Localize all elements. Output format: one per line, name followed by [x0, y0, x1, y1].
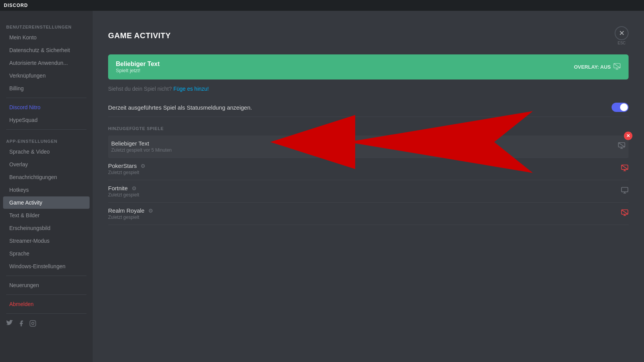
- svg-rect-0: [30, 321, 36, 326]
- close-button-wrap: ✕ ESC: [615, 26, 629, 45]
- game-info-pokerstars: PokerStars ⚙ Zuletzt gespielt: [108, 162, 146, 175]
- social-links: [0, 317, 93, 332]
- game-title-fortnite: Fortnite: [108, 185, 128, 191]
- sidebar-item-neuerungen[interactable]: Neuerungen: [3, 279, 90, 291]
- active-game-sub: Spielt jetzt!: [116, 68, 160, 73]
- content-header: GAME ACTIVITY ✕ ESC: [108, 26, 629, 45]
- svg-point-2: [34, 321, 35, 322]
- sidebar-divider-4: [6, 294, 86, 295]
- game-info-beliebiger: Beliebiger Text Zuletzt gespielt vor 5 M…: [111, 140, 172, 153]
- game-title-pokerstars: PokerStars: [108, 162, 137, 169]
- sidebar: BENUTZEREINSTELLUNGEN Mein Konto Datensc…: [0, 11, 93, 362]
- svg-point-1: [32, 322, 34, 325]
- add-game-link[interactable]: Füge es hinzu!: [173, 86, 209, 92]
- sidebar-item-hypesquad[interactable]: HypeSquad: [3, 114, 90, 126]
- status-toggle-row: Derzeit ausgeführtes Spiel als Statusmel…: [108, 98, 629, 117]
- sidebar-divider-1: [6, 98, 86, 98]
- svg-line-10: [619, 143, 625, 147]
- overlay-badge[interactable]: OVERLAY: AUS: [574, 63, 621, 72]
- sidebar-divider-3: [6, 276, 86, 276]
- esc-label: ESC: [618, 41, 626, 45]
- sidebar-item-verknuepfungen[interactable]: Verknüpfungen: [3, 69, 90, 82]
- gear-icon-fortnite: ⚙: [132, 185, 137, 191]
- game-last-realm: Zuletzt gespielt: [108, 215, 153, 220]
- game-title-beliebiger: Beliebiger Text: [111, 140, 149, 147]
- page-title: GAME ACTIVITY: [108, 31, 171, 40]
- gear-icon-realm: ⚙: [148, 208, 153, 214]
- sidebar-item-streamer-modus[interactable]: Streamer-Modus: [3, 235, 90, 247]
- facebook-icon[interactable]: [18, 320, 25, 329]
- content-area: GAME ACTIVITY ✕ ESC Beliebiger Text Spie…: [93, 11, 644, 362]
- toggle-label: Derzeit ausgeführtes Spiel als Statusmel…: [108, 104, 252, 111]
- svg-rect-15: [622, 188, 628, 192]
- twitter-icon[interactable]: [6, 320, 13, 329]
- sidebar-item-windows-einstellungen[interactable]: Windows-Einstellungen: [3, 260, 90, 272]
- game-last-pokerstars: Zuletzt gespielt: [108, 170, 146, 175]
- game-item-beliebiger-text: Beliebiger Text Zuletzt gespielt vor 5 M…: [108, 135, 629, 158]
- app-title: DISCORD: [4, 3, 28, 8]
- sidebar-item-hotkeys[interactable]: Hotkeys: [3, 184, 90, 196]
- gear-icon-pokerstars: ⚙: [141, 163, 146, 169]
- instagram-icon[interactable]: [29, 320, 36, 329]
- active-game-name: Beliebiger Text: [116, 61, 160, 68]
- game-item-pokerstars: PokerStars ⚙ Zuletzt gespielt: [108, 158, 629, 180]
- sidebar-item-text-bilder[interactable]: Text & Bilder: [3, 209, 90, 222]
- overlay-label: OVERLAY: AUS: [574, 64, 611, 70]
- sidebar-item-mein-konto[interactable]: Mein Konto: [3, 31, 90, 44]
- game-last-fortnite: Zuletzt gespielt: [108, 192, 139, 198]
- titlebar: DISCORD: [0, 0, 644, 11]
- overlay-monitor-icon: [613, 63, 621, 72]
- svg-line-21: [622, 210, 628, 215]
- monitor-icon-fortnite[interactable]: [621, 186, 629, 196]
- svg-line-14: [622, 165, 628, 170]
- game-info-realm: Realm Royale ⚙ Zuletzt gespielt: [108, 207, 153, 220]
- added-games-label: HINZUGEFÜGTE SPIELE: [108, 126, 629, 131]
- sidebar-item-billing[interactable]: Billing: [3, 82, 90, 95]
- game-info-fortnite: Fortnite ⚙ Zuletzt gespielt: [108, 185, 139, 198]
- active-game-info: Beliebiger Text Spielt jetzt!: [116, 61, 160, 73]
- sidebar-item-erscheinungsbild[interactable]: Erscheinungsbild: [3, 222, 90, 234]
- sidebar-item-sprache[interactable]: Sprache: [3, 247, 90, 260]
- game-title-realm: Realm Royale: [108, 207, 144, 214]
- sidebar-item-game-activity[interactable]: Game Activity: [3, 196, 90, 209]
- sidebar-divider-5: [6, 313, 86, 314]
- remove-x-badge[interactable]: ✕: [624, 132, 632, 140]
- sidebar-item-sprache-video[interactable]: Sprache & Video: [3, 145, 90, 158]
- game-item-realm-royale: Realm Royale ⚙ Zuletzt gespielt: [108, 203, 629, 225]
- svg-line-6: [614, 63, 620, 68]
- close-button[interactable]: ✕: [615, 26, 629, 40]
- notice-text: Siehst du dein Spiel nicht? Füge es hinz…: [108, 86, 629, 92]
- sidebar-item-discord-nitro[interactable]: Discord Nitro: [3, 101, 90, 113]
- sidebar-item-datenschutz[interactable]: Datenschutz & Sicherheit: [3, 44, 90, 56]
- monitor-off-icon-realm[interactable]: [621, 209, 629, 218]
- sidebar-item-benachrichtigungen[interactable]: Benachrichtigungen: [3, 171, 90, 183]
- sidebar-item-overlay[interactable]: Overlay: [3, 158, 90, 171]
- status-toggle[interactable]: [612, 103, 629, 112]
- user-settings-label: BENUTZEREINSTELLUNGEN: [0, 19, 93, 31]
- sidebar-item-abmelden[interactable]: Abmelden: [3, 298, 90, 310]
- sidebar-divider-2: [6, 129, 86, 130]
- game-item-fortnite: Fortnite ⚙ Zuletzt gespielt: [108, 180, 629, 203]
- main-layout: BENUTZEREINSTELLUNGEN Mein Konto Datensc…: [0, 11, 644, 362]
- app-settings-label: APP-EINSTELLUNGEN: [0, 133, 93, 145]
- active-game-card: Beliebiger Text Spielt jetzt! OVERLAY: A…: [108, 54, 629, 80]
- monitor-off-icon-beliebiger[interactable]: [618, 142, 625, 151]
- monitor-off-icon-pokerstars[interactable]: [621, 164, 629, 174]
- game-last-beliebiger: Zuletzt gespielt vor 5 Minuten: [111, 147, 172, 153]
- sidebar-item-autorisierte[interactable]: Autorisierte Anwendun...: [3, 57, 90, 69]
